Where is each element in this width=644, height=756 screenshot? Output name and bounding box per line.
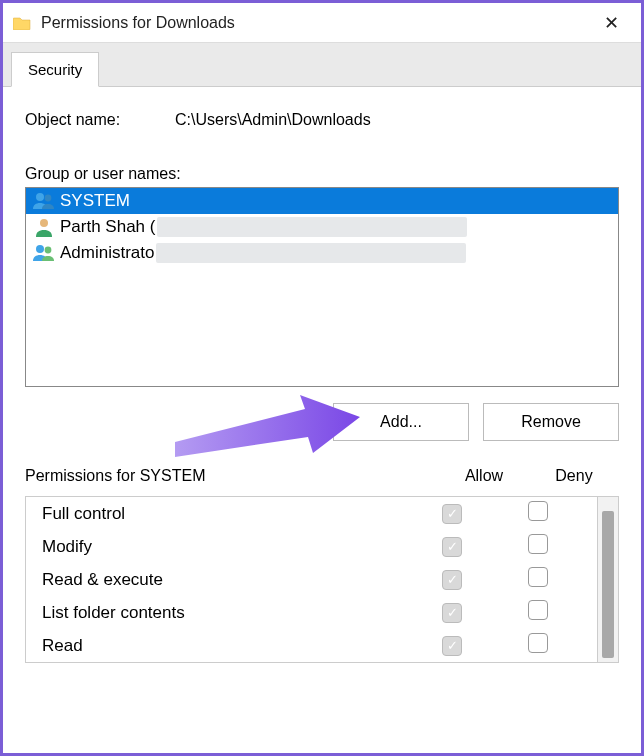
user-icon — [32, 217, 56, 237]
table-row: List folder contents ✓ — [26, 596, 597, 629]
allow-checkbox[interactable]: ✓ — [442, 570, 462, 590]
allow-checkbox[interactable]: ✓ — [442, 603, 462, 623]
annotation-arrow — [165, 387, 365, 467]
object-name-row: Object name: C:\Users\Admin\Downloads — [25, 111, 619, 129]
list-item[interactable]: SYSTEM — [26, 188, 618, 214]
deny-checkbox[interactable] — [528, 501, 548, 521]
deny-checkbox[interactable] — [528, 567, 548, 587]
remove-button[interactable]: Remove — [483, 403, 619, 441]
list-item[interactable]: Administrato — [26, 240, 618, 266]
table-row: Full control ✓ — [26, 497, 597, 530]
permission-name: Modify — [42, 537, 409, 557]
group-user-listbox[interactable]: SYSTEM Parth Shah ( Administrato — [25, 187, 619, 387]
table-row: Modify ✓ — [26, 530, 597, 563]
folder-icon — [13, 16, 31, 30]
button-row: Add... Remove — [25, 387, 619, 463]
deny-column-header: Deny — [529, 467, 619, 485]
tab-bar: Security — [3, 43, 641, 87]
object-name-value: C:\Users\Admin\Downloads — [175, 111, 371, 129]
scrollbar-thumb[interactable] — [602, 511, 614, 658]
deny-checkbox[interactable] — [528, 600, 548, 620]
permissions-for-label: Permissions for SYSTEM — [25, 467, 439, 485]
permission-name: Read — [42, 636, 409, 656]
list-item-label: Parth Shah ( — [60, 217, 155, 237]
permissions-table: Full control ✓ Modify ✓ Read & execute ✓… — [25, 496, 597, 663]
permission-name: List folder contents — [42, 603, 409, 623]
list-item-label: Administrato — [60, 243, 154, 263]
deny-checkbox[interactable] — [528, 633, 548, 653]
scrollbar[interactable] — [597, 496, 619, 663]
group-icon — [32, 191, 56, 211]
table-row: Read & execute ✓ — [26, 563, 597, 596]
permissions-header: Permissions for SYSTEM Allow Deny — [25, 463, 619, 496]
permissions-table-wrap: Full control ✓ Modify ✓ Read & execute ✓… — [25, 496, 619, 663]
svg-point-2 — [40, 219, 48, 227]
list-item-label: SYSTEM — [60, 191, 130, 211]
list-item[interactable]: Parth Shah ( — [26, 214, 618, 240]
allow-checkbox[interactable]: ✓ — [442, 504, 462, 524]
allow-checkbox[interactable]: ✓ — [442, 537, 462, 557]
redacted-region — [157, 217, 467, 237]
tab-security[interactable]: Security — [11, 52, 99, 87]
group-user-label: Group or user names: — [25, 165, 619, 183]
tab-content: Object name: C:\Users\Admin\Downloads Gr… — [3, 87, 641, 663]
permission-name: Full control — [42, 504, 409, 524]
allow-column-header: Allow — [439, 467, 529, 485]
svg-point-1 — [45, 195, 52, 202]
svg-point-3 — [36, 245, 44, 253]
svg-point-0 — [36, 193, 44, 201]
group-icon — [32, 243, 56, 263]
title-bar: Permissions for Downloads ✕ — [3, 3, 641, 43]
window-title: Permissions for Downloads — [41, 14, 591, 32]
table-row: Read ✓ — [26, 629, 597, 662]
permission-name: Read & execute — [42, 570, 409, 590]
close-button[interactable]: ✕ — [591, 12, 631, 34]
deny-checkbox[interactable] — [528, 534, 548, 554]
svg-point-4 — [45, 247, 52, 254]
object-name-label: Object name: — [25, 111, 175, 129]
redacted-region — [156, 243, 466, 263]
allow-checkbox[interactable]: ✓ — [442, 636, 462, 656]
